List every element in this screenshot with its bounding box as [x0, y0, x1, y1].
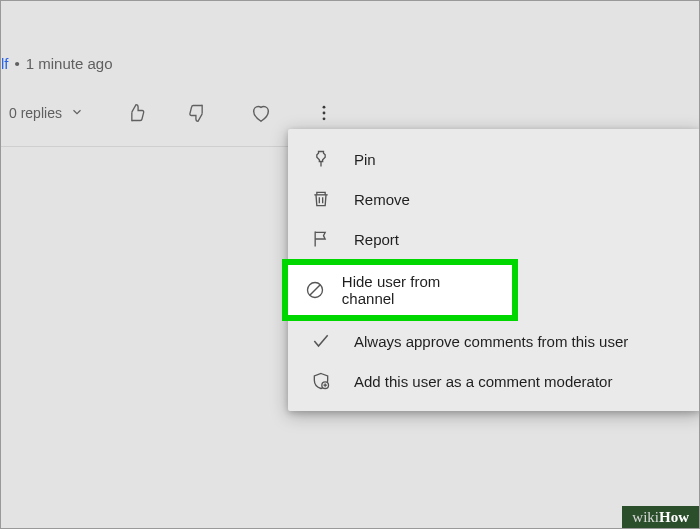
- trash-icon: [310, 189, 332, 209]
- menu-always-approve[interactable]: Always approve comments from this user: [288, 321, 700, 361]
- heart-icon[interactable]: [250, 102, 272, 124]
- svg-point-1: [323, 112, 326, 115]
- timestamp: 1 minute ago: [26, 55, 113, 72]
- svg-point-2: [323, 117, 326, 120]
- comment-block: lf • 1 minute ago 0 replies: [1, 1, 699, 147]
- highlighted-option: Hide user from channel: [282, 259, 518, 321]
- menu-always-approve-label: Always approve comments from this user: [354, 333, 628, 350]
- flag-icon: [310, 229, 332, 249]
- menu-hide-user-label: Hide user from channel: [342, 273, 496, 307]
- thumbs-up-icon[interactable]: [126, 103, 146, 123]
- watermark: wikiHow: [622, 506, 699, 528]
- watermark-part1: wiki: [632, 509, 659, 525]
- chevron-down-icon: [70, 105, 84, 122]
- thumbs-down-icon[interactable]: [188, 103, 208, 123]
- pin-icon: [310, 149, 332, 169]
- svg-line-8: [310, 285, 320, 295]
- more-options-icon[interactable]: [314, 103, 334, 123]
- menu-add-moderator[interactable]: Add this user as a comment moderator: [288, 361, 700, 401]
- separator-dot: •: [15, 55, 20, 72]
- menu-pin[interactable]: Pin: [288, 139, 700, 179]
- username-link[interactable]: lf: [1, 55, 9, 72]
- menu-hide-user[interactable]: Hide user from channel: [288, 265, 512, 315]
- replies-toggle[interactable]: 0 replies: [9, 105, 84, 122]
- svg-point-0: [323, 106, 326, 109]
- block-icon: [304, 280, 326, 300]
- menu-remove-label: Remove: [354, 191, 410, 208]
- menu-report-label: Report: [354, 231, 399, 248]
- menu-pin-label: Pin: [354, 151, 376, 168]
- context-menu: Pin Remove Report Hide user from channel…: [288, 129, 700, 411]
- watermark-part2: How: [659, 509, 689, 525]
- menu-report[interactable]: Report: [288, 219, 700, 259]
- comment-meta: lf • 1 minute ago: [1, 55, 699, 72]
- shield-add-icon: [310, 371, 332, 391]
- replies-label: 0 replies: [9, 105, 62, 121]
- check-icon: [310, 331, 332, 351]
- menu-add-moderator-label: Add this user as a comment moderator: [354, 373, 612, 390]
- comment-actions: 0 replies: [1, 102, 699, 124]
- menu-remove[interactable]: Remove: [288, 179, 700, 219]
